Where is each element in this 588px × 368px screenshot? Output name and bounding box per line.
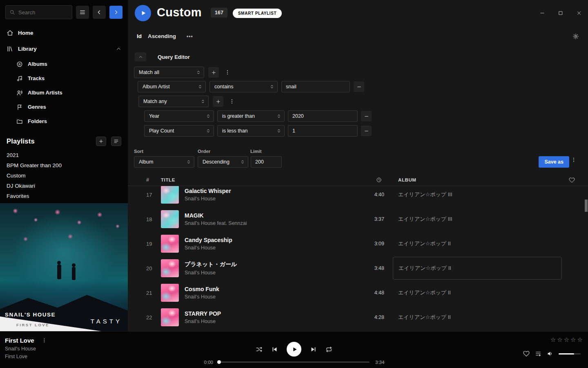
- sidebar-item-library[interactable]: Library: [0, 41, 128, 57]
- rule-operator-select[interactable]: contains: [209, 81, 278, 92]
- sidebar-item-label: Genres: [28, 104, 46, 110]
- track-row[interactable]: 18 MAGIK Snail's House feat. Sennzai 3:3…: [128, 207, 588, 231]
- playlist-item[interactable]: 2021: [7, 150, 121, 160]
- group-menu-button[interactable]: [227, 99, 236, 104]
- collapse-query-editor-button[interactable]: [135, 52, 146, 61]
- sidebar-nav: Home Library Albums Tracks Album Artists: [0, 22, 128, 128]
- track-row[interactable]: 20 プラネット・ガール Snail's House 3:48 エイリアン☆ポッ…: [128, 256, 588, 280]
- queue-list-icon: [535, 350, 541, 357]
- search-box[interactable]: [5, 5, 72, 19]
- menu-button[interactable]: [76, 6, 89, 19]
- group-match-mode-select[interactable]: Match any: [138, 96, 209, 107]
- limit-label: Limit: [250, 149, 261, 154]
- track-row[interactable]: 19 Candy Spaceship Snail's House 3:09 エイ…: [128, 231, 588, 256]
- column-title[interactable]: TITLE: [161, 177, 347, 182]
- volume-button[interactable]: [547, 350, 553, 357]
- focused-album-cell[interactable]: エイリアン☆ポップ II: [393, 257, 562, 280]
- star-icon[interactable]: ☆: [570, 336, 576, 343]
- seek-handle[interactable]: [217, 360, 221, 364]
- rating-stars: ☆ ☆ ☆ ☆ ☆: [550, 336, 583, 343]
- scrollbar-handle[interactable]: [585, 200, 588, 212]
- query-editor-header: Query Editor: [135, 52, 190, 61]
- playlists-title: Playlists: [7, 137, 35, 145]
- select-caret-icon: [276, 128, 281, 133]
- column-duration[interactable]: [347, 177, 384, 183]
- star-icon[interactable]: ☆: [557, 336, 562, 343]
- limit-input[interactable]: [251, 156, 282, 168]
- playlist-item[interactable]: Custom: [7, 171, 121, 181]
- now-playing-menu-button[interactable]: [40, 338, 49, 343]
- remove-rule-button[interactable]: [354, 81, 364, 92]
- sidebar-item-album-artists[interactable]: Album Artists: [0, 85, 128, 100]
- sidebar: Home Library Albums Tracks Album Artists: [0, 0, 128, 331]
- track-album-cell[interactable]: エイリアン☆ポップ II: [398, 257, 572, 280]
- track-album[interactable]: エイリアン☆ポップ II: [398, 314, 572, 321]
- sort-field-button[interactable]: Id: [137, 33, 142, 39]
- sort-direction-button[interactable]: Ascending: [148, 33, 176, 39]
- remove-rule-button[interactable]: [361, 111, 372, 121]
- maximize-button[interactable]: [558, 10, 564, 16]
- add-group-rule-button[interactable]: [213, 96, 223, 107]
- minimize-button[interactable]: [539, 10, 545, 16]
- sidebar-item-home[interactable]: Home: [0, 25, 128, 41]
- queue-button[interactable]: [535, 350, 541, 357]
- previous-button[interactable]: [271, 346, 278, 353]
- rule-field-select[interactable]: Year: [144, 110, 214, 122]
- playlist-item[interactable]: Favorites: [7, 191, 121, 201]
- playlist-item[interactable]: BPM Greater than 200: [7, 160, 121, 171]
- play-playlist-button[interactable]: [135, 5, 151, 21]
- track-row[interactable]: 22 STARRY POP Snail's House 4:28 エイリアン☆ポ…: [128, 305, 588, 330]
- settings-button[interactable]: [572, 33, 579, 40]
- query-editor-menu-button[interactable]: [569, 157, 578, 163]
- column-album[interactable]: ALBUM: [398, 177, 572, 182]
- sort-more-button[interactable]: •••: [187, 34, 193, 39]
- nav-forward-button[interactable]: [109, 6, 122, 19]
- playlist-item[interactable]: DJ Okawari: [7, 181, 121, 191]
- track-row[interactable]: 17 Galactic Whisper Snail's House 4:40 エ…: [128, 182, 588, 207]
- rule-value-input[interactable]: [281, 81, 350, 92]
- track-album[interactable]: エイリアン☆ポップ II: [398, 289, 572, 296]
- column-number[interactable]: #: [146, 177, 161, 183]
- sidebar-item-tracks[interactable]: Tracks: [0, 71, 128, 85]
- track-row[interactable]: 21 Cosmo Funk Snail's House 4:48 エイリアン☆ポ…: [128, 280, 588, 305]
- add-rule-button[interactable]: [208, 67, 219, 78]
- rule-operator-select[interactable]: is greater than: [217, 110, 285, 122]
- save-as-button[interactable]: Save as: [539, 156, 569, 168]
- skip-next-icon: [310, 346, 317, 353]
- order-select[interactable]: Descending: [198, 156, 248, 168]
- sidebar-item-folders[interactable]: Folders: [0, 114, 128, 128]
- rule-field-select[interactable]: Play Count: [144, 125, 214, 137]
- volume-slider[interactable]: [559, 353, 581, 355]
- collapse-library-button[interactable]: [116, 46, 121, 52]
- favorite-button[interactable]: [523, 350, 530, 357]
- match-mode-select[interactable]: Match all: [134, 67, 204, 78]
- hamburger-icon: [79, 9, 86, 16]
- sidebar-item-albums[interactable]: Albums: [0, 57, 128, 71]
- track-album[interactable]: エイリアン☆ポップ III: [398, 215, 572, 223]
- rule-field-select[interactable]: Album Artist: [138, 81, 206, 92]
- rule-value-input[interactable]: [288, 125, 358, 137]
- star-icon[interactable]: ☆: [564, 336, 569, 343]
- rule-menu-button[interactable]: [223, 70, 232, 75]
- seek-bar[interactable]: [218, 361, 370, 363]
- sidebar-item-genres[interactable]: Genres: [0, 100, 128, 114]
- close-button[interactable]: [576, 10, 582, 16]
- rule-value-input[interactable]: [288, 110, 358, 122]
- track-duration: 3:48: [347, 265, 384, 271]
- play-pause-button[interactable]: [287, 342, 301, 357]
- track-album[interactable]: エイリアン☆ポップ III: [398, 191, 572, 198]
- track-album[interactable]: エイリアン☆ポップ II: [398, 240, 572, 247]
- shuffle-button[interactable]: [256, 346, 263, 353]
- next-button[interactable]: [310, 346, 317, 353]
- rule-operator-select[interactable]: is less than: [217, 125, 285, 137]
- column-favorite[interactable]: [569, 177, 575, 183]
- remove-rule-button[interactable]: [361, 126, 372, 136]
- sort-select[interactable]: Album: [134, 156, 194, 168]
- star-icon[interactable]: ☆: [550, 336, 556, 343]
- nav-back-button[interactable]: [93, 6, 106, 19]
- star-icon[interactable]: ☆: [577, 336, 583, 343]
- repeat-button[interactable]: [325, 346, 332, 353]
- search-input[interactable]: [18, 9, 68, 16]
- playlist-list-button[interactable]: [111, 137, 121, 146]
- add-playlist-button[interactable]: [96, 137, 106, 146]
